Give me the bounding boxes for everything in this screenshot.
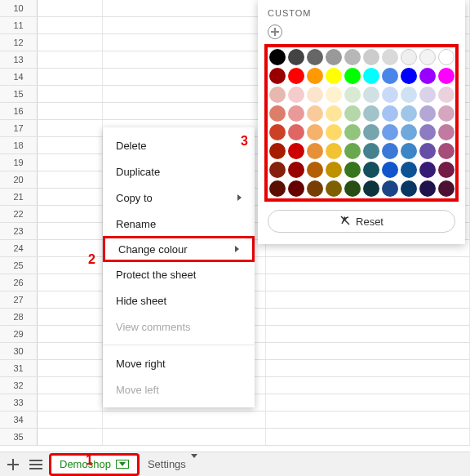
row-number[interactable]: 27 bbox=[0, 291, 38, 308]
color-swatch[interactable] bbox=[382, 124, 398, 140]
color-swatch[interactable] bbox=[419, 87, 436, 103]
color-swatch[interactable] bbox=[326, 162, 342, 178]
color-swatch[interactable] bbox=[438, 68, 454, 84]
row-number[interactable]: 19 bbox=[0, 154, 38, 171]
color-swatch[interactable] bbox=[363, 105, 379, 122]
color-swatch[interactable] bbox=[382, 68, 398, 84]
color-swatch[interactable] bbox=[363, 68, 379, 84]
cell[interactable] bbox=[266, 343, 470, 359]
cell[interactable] bbox=[266, 257, 470, 274]
menu-item-change-colour[interactable]: Change colour bbox=[103, 236, 255, 262]
row-number[interactable]: 30 bbox=[0, 343, 38, 359]
color-swatch[interactable] bbox=[269, 180, 286, 197]
color-swatch[interactable] bbox=[438, 180, 454, 197]
color-swatch[interactable] bbox=[363, 49, 379, 65]
menu-item-hide-sheet[interactable]: Hide sheet bbox=[103, 287, 255, 314]
color-swatch[interactable] bbox=[307, 87, 323, 103]
color-swatch[interactable] bbox=[269, 105, 286, 122]
row-number[interactable]: 28 bbox=[0, 309, 38, 325]
color-swatch[interactable] bbox=[269, 87, 286, 103]
add-custom-color-button[interactable] bbox=[268, 24, 282, 39]
row-number[interactable]: 14 bbox=[0, 69, 38, 85]
cell[interactable] bbox=[38, 34, 103, 51]
cell[interactable] bbox=[38, 86, 103, 102]
sheet-tab-demoshop[interactable]: Demoshop bbox=[49, 453, 140, 476]
color-swatch[interactable] bbox=[288, 162, 304, 178]
color-swatch[interactable] bbox=[419, 143, 436, 159]
color-swatch[interactable] bbox=[288, 124, 304, 140]
row-number[interactable]: 15 bbox=[0, 86, 38, 102]
cell[interactable] bbox=[38, 17, 103, 33]
row-number[interactable]: 25 bbox=[0, 257, 38, 274]
color-swatch[interactable] bbox=[401, 68, 417, 84]
color-swatch[interactable] bbox=[326, 49, 342, 65]
row-number[interactable]: 11 bbox=[0, 17, 38, 33]
color-swatch[interactable] bbox=[401, 49, 417, 65]
row-number[interactable]: 24 bbox=[0, 240, 38, 256]
add-sheet-button[interactable] bbox=[3, 455, 23, 474]
color-swatch[interactable] bbox=[326, 68, 342, 84]
cell[interactable] bbox=[38, 394, 103, 411]
menu-item-duplicate[interactable]: Duplicate bbox=[103, 158, 255, 185]
color-swatch[interactable] bbox=[438, 124, 454, 140]
row-number[interactable]: 12 bbox=[0, 34, 38, 51]
row-number[interactable]: 22 bbox=[0, 206, 38, 222]
color-swatch[interactable] bbox=[419, 68, 436, 84]
color-swatch[interactable] bbox=[419, 49, 436, 65]
cell[interactable] bbox=[38, 154, 103, 171]
row-number[interactable]: 18 bbox=[0, 137, 38, 153]
color-swatch[interactable] bbox=[307, 49, 323, 65]
cell[interactable] bbox=[103, 51, 266, 68]
cell[interactable] bbox=[103, 17, 266, 33]
color-swatch[interactable] bbox=[401, 105, 417, 122]
row-number[interactable]: 33 bbox=[0, 394, 38, 411]
menu-item-protect-the-sheet[interactable]: Protect the sheet bbox=[103, 261, 255, 287]
color-swatch[interactable] bbox=[438, 162, 454, 178]
color-swatch[interactable] bbox=[269, 124, 286, 140]
row-number[interactable]: 16 bbox=[0, 103, 38, 119]
color-swatch[interactable] bbox=[382, 180, 398, 197]
color-swatch[interactable] bbox=[382, 87, 398, 103]
color-swatch[interactable] bbox=[288, 87, 304, 103]
color-swatch[interactable] bbox=[363, 180, 379, 197]
row-number[interactable]: 34 bbox=[0, 411, 38, 428]
color-swatch[interactable] bbox=[344, 87, 361, 103]
cell[interactable] bbox=[38, 343, 103, 359]
cell[interactable] bbox=[266, 274, 470, 291]
cell[interactable] bbox=[38, 429, 103, 445]
cell[interactable] bbox=[38, 206, 103, 222]
sheet-tab-settings[interactable]: Settings bbox=[140, 453, 206, 476]
color-swatch[interactable] bbox=[288, 180, 304, 197]
all-sheets-button[interactable] bbox=[26, 455, 46, 474]
cell[interactable] bbox=[38, 411, 103, 428]
color-swatch[interactable] bbox=[326, 105, 342, 122]
menu-item-copy-to[interactable]: Copy to bbox=[103, 185, 255, 211]
color-swatch[interactable] bbox=[382, 105, 398, 122]
row-number[interactable]: 21 bbox=[0, 189, 38, 205]
row-number[interactable]: 31 bbox=[0, 360, 38, 376]
row-number[interactable]: 35 bbox=[0, 429, 38, 445]
row-number[interactable]: 17 bbox=[0, 120, 38, 136]
color-swatch[interactable] bbox=[363, 87, 379, 103]
color-swatch[interactable] bbox=[401, 87, 417, 103]
cell[interactable] bbox=[38, 189, 103, 205]
row-number[interactable]: 32 bbox=[0, 377, 38, 394]
cell[interactable] bbox=[266, 326, 470, 342]
cell[interactable] bbox=[103, 103, 266, 119]
reset-color-button[interactable]: Reset bbox=[268, 210, 455, 233]
color-swatch[interactable] bbox=[382, 49, 398, 65]
cell[interactable] bbox=[266, 394, 470, 411]
color-swatch[interactable] bbox=[344, 124, 361, 140]
color-swatch[interactable] bbox=[326, 87, 342, 103]
cell[interactable] bbox=[38, 257, 103, 274]
cell[interactable] bbox=[38, 120, 103, 136]
cell[interactable] bbox=[38, 326, 103, 342]
color-swatch[interactable] bbox=[269, 162, 286, 178]
color-swatch[interactable] bbox=[344, 49, 361, 65]
color-swatch[interactable] bbox=[363, 143, 379, 159]
chevron-down-icon[interactable] bbox=[116, 460, 129, 469]
color-swatch[interactable] bbox=[269, 49, 286, 65]
cell[interactable] bbox=[38, 103, 103, 119]
color-swatch[interactable] bbox=[419, 105, 436, 122]
color-swatch[interactable] bbox=[288, 105, 304, 122]
